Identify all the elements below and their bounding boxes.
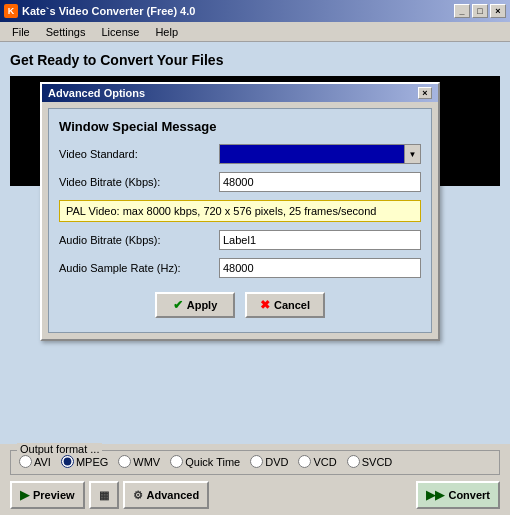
convert-label: Convert [448, 489, 490, 501]
audio-sample-label: Audio Sample Rate (Hz): [59, 262, 219, 274]
apply-button[interactable]: ✔ Apply [155, 292, 235, 318]
app-icon: K [4, 4, 18, 18]
video-standard-row: Video Standard: ▼ [59, 144, 421, 164]
audio-sample-row: Audio Sample Rate (Hz): [59, 258, 421, 278]
advanced-label: Advanced [147, 489, 200, 501]
radio-vcd-label: VCD [313, 456, 336, 468]
preview-button[interactable]: ▶ Preview [10, 481, 85, 509]
check-icon: ✔ [173, 298, 183, 312]
radio-mpeg[interactable]: MPEG [61, 455, 108, 468]
cancel-button[interactable]: ✖ Cancel [245, 292, 325, 318]
menu-file[interactable]: File [4, 24, 38, 40]
film-icon: ▦ [99, 489, 109, 502]
advanced-options-dialog: Advanced Options × Window Special Messag… [40, 82, 440, 341]
radio-vcd[interactable]: VCD [298, 455, 336, 468]
dialog-body: Window Special Message Video Standard: ▼… [48, 108, 432, 333]
filmstrip-button[interactable]: ▦ [89, 481, 119, 509]
output-format-group: Output format ... AVI MPEG WMV Quick Tim… [10, 450, 500, 475]
cancel-label: Cancel [274, 299, 310, 311]
advanced-button[interactable]: ⚙ Advanced [123, 481, 210, 509]
radio-avi[interactable]: AVI [19, 455, 51, 468]
radio-quicktime-input[interactable] [170, 455, 183, 468]
convert-icon: ▶▶ [426, 488, 444, 502]
output-format-legend: Output format ... [17, 443, 102, 455]
video-bitrate-label: Video Bitrate (Kbps): [59, 176, 219, 188]
radio-wmv-label: WMV [133, 456, 160, 468]
radio-group: AVI MPEG WMV Quick Time DVD [19, 455, 491, 468]
close-button[interactable]: × [490, 4, 506, 18]
radio-wmv[interactable]: WMV [118, 455, 160, 468]
menu-bar: File Settings License Help [0, 22, 510, 42]
video-standard-select[interactable] [219, 144, 421, 164]
minimize-button[interactable]: _ [454, 4, 470, 18]
video-bitrate-input[interactable] [219, 172, 421, 192]
dialog-close-button[interactable]: × [418, 87, 432, 99]
radio-dvd-input[interactable] [250, 455, 263, 468]
title-bar: K Kate`s Video Converter (Free) 4.0 _ □ … [0, 0, 510, 22]
convert-button[interactable]: ▶▶ Convert [416, 481, 500, 509]
dialog-section-title: Window Special Message [59, 119, 421, 134]
dialog-title: Advanced Options [48, 87, 145, 99]
radio-quicktime[interactable]: Quick Time [170, 455, 240, 468]
apply-label: Apply [187, 299, 218, 311]
dialog-buttons: ✔ Apply ✖ Cancel [59, 286, 421, 322]
audio-bitrate-row: Audio Bitrate (Kbps): [59, 230, 421, 250]
radio-vcd-input[interactable] [298, 455, 311, 468]
audio-bitrate-input[interactable] [219, 230, 421, 250]
radio-quicktime-label: Quick Time [185, 456, 240, 468]
radio-avi-input[interactable] [19, 455, 32, 468]
page-title: Get Ready to Convert Your Files [10, 52, 500, 68]
video-standard-select-wrapper: ▼ [219, 144, 421, 164]
window-title: Kate`s Video Converter (Free) 4.0 [22, 5, 195, 17]
main-area: Get Ready to Convert Your Files Advanced… [0, 42, 510, 515]
radio-svcd-label: SVCD [362, 456, 393, 468]
bottom-left-buttons: ▶ Preview ▦ ⚙ Advanced [10, 481, 209, 509]
radio-avi-label: AVI [34, 456, 51, 468]
radio-mpeg-input[interactable] [61, 455, 74, 468]
info-message: PAL Video: max 8000 kbps, 720 x 576 pixe… [59, 200, 421, 222]
preview-label: Preview [33, 489, 75, 501]
bottom-section: Output format ... AVI MPEG WMV Quick Tim… [0, 444, 510, 515]
radio-wmv-input[interactable] [118, 455, 131, 468]
dialog-overlay: Advanced Options × Window Special Messag… [40, 82, 510, 425]
play-icon: ▶ [20, 488, 29, 502]
menu-license[interactable]: License [93, 24, 147, 40]
bottom-buttons: ▶ Preview ▦ ⚙ Advanced ▶▶ Convert [10, 481, 500, 509]
radio-dvd[interactable]: DVD [250, 455, 288, 468]
window-controls: _ □ × [454, 4, 506, 18]
radio-dvd-label: DVD [265, 456, 288, 468]
gear-icon: ⚙ [133, 489, 143, 502]
radio-svcd-input[interactable] [347, 455, 360, 468]
menu-help[interactable]: Help [147, 24, 186, 40]
dialog-title-bar: Advanced Options × [42, 84, 438, 102]
audio-sample-input[interactable] [219, 258, 421, 278]
x-icon: ✖ [260, 298, 270, 312]
audio-bitrate-label: Audio Bitrate (Kbps): [59, 234, 219, 246]
video-bitrate-row: Video Bitrate (Kbps): [59, 172, 421, 192]
menu-settings[interactable]: Settings [38, 24, 94, 40]
radio-mpeg-label: MPEG [76, 456, 108, 468]
maximize-button[interactable]: □ [472, 4, 488, 18]
video-standard-label: Video Standard: [59, 148, 219, 160]
radio-svcd[interactable]: SVCD [347, 455, 393, 468]
